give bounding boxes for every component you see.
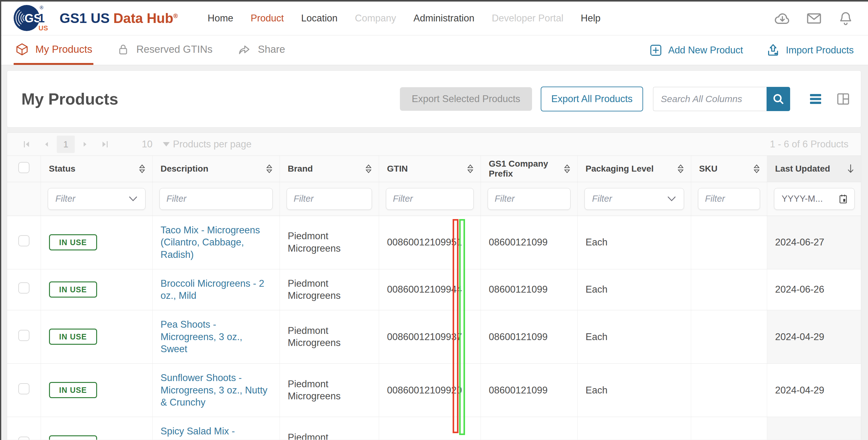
packaging-level-cell: Each [577, 417, 691, 440]
first-page-icon [22, 140, 31, 149]
list-view-button[interactable] [808, 92, 823, 106]
products-table-panel: 1 10 Products per page [7, 133, 861, 440]
brand-cell: Piedmont Microgreens [280, 269, 379, 310]
product-description-link[interactable]: Pea Shoots - Microgreens, 3 oz., Sweet [161, 319, 243, 354]
status-cell: IN USE [41, 310, 152, 363]
sort-icon [753, 164, 760, 173]
column-header-description[interactable]: Description [152, 156, 280, 182]
gtin-cell: 00860012109913 [379, 417, 480, 440]
calendar-icon [838, 194, 848, 204]
tab-share[interactable]: Share [236, 35, 286, 65]
sort-icon [564, 164, 570, 173]
select-all-checkbox[interactable] [18, 162, 29, 173]
plus-square-icon [649, 43, 663, 57]
column-header-packaging-level[interactable]: Packaging Level [577, 156, 691, 182]
status-cell: IN USE [41, 216, 152, 269]
results-range-label: 1 - 6 of 6 Products [770, 139, 848, 150]
brand-cell: Piedmont Microgreens [280, 363, 379, 417]
column-header-brand[interactable]: Brand [280, 156, 379, 182]
share-icon [237, 42, 252, 56]
column-header-gtin[interactable]: GTIN [379, 156, 480, 182]
nav-help[interactable]: Help [581, 13, 600, 24]
row-checkbox[interactable] [18, 282, 29, 294]
current-page-indicator[interactable]: 1 [57, 136, 75, 153]
product-description-link[interactable]: Spicy Salad Mix - Microgreens (Arugula, … [161, 426, 260, 440]
cloud-download-icon[interactable] [774, 10, 791, 26]
packaging-level-cell: Each [577, 310, 691, 363]
brand-title: GS1 USData Hub® [60, 10, 178, 26]
row-select-cell [7, 310, 41, 363]
column-layout-button[interactable] [836, 92, 850, 106]
table-row: IN USESunflower Shoots - Microgreens, 3 … [7, 363, 861, 417]
last-page-button[interactable] [98, 137, 112, 151]
gtin-filter-input[interactable] [386, 188, 474, 210]
first-page-button[interactable] [20, 137, 34, 151]
search-button[interactable] [767, 87, 790, 111]
gtin-cell: 00860012109944 [379, 269, 480, 310]
row-checkbox[interactable] [18, 437, 29, 440]
column-header-sku[interactable]: SKU [691, 156, 767, 182]
status-filter-select[interactable]: Filter [48, 188, 146, 210]
sku-filter-input[interactable] [698, 188, 760, 210]
tab-actions: Add New Product Import Products [649, 35, 854, 65]
tabs: My Products Reserved GTINs Share [14, 35, 286, 65]
import-products-button[interactable]: Import Products [766, 43, 854, 57]
row-select-cell [7, 269, 41, 310]
status-badge: IN USE [49, 329, 97, 345]
tab-bar: My Products Reserved GTINs Share [1, 35, 868, 65]
description-cell: Taco Mix - Microgreens (Cilantro, Cabbag… [152, 216, 280, 269]
gs1-company-prefix-filter-input[interactable] [488, 188, 570, 210]
previous-page-button[interactable] [39, 137, 54, 151]
grid-icon [836, 92, 850, 106]
annotation-green-box [459, 219, 465, 435]
row-checkbox[interactable] [18, 235, 29, 246]
status-badge: IN USE [49, 282, 97, 298]
mail-icon[interactable] [805, 10, 823, 26]
last-updated-filter-input[interactable]: YYYY-M... [774, 188, 855, 210]
nav-product[interactable]: Product [251, 13, 284, 24]
bell-icon[interactable] [837, 10, 854, 26]
nav-location[interactable]: Location [301, 13, 338, 24]
chevron-down-icon [163, 142, 170, 146]
product-description-link[interactable]: Taco Mix - Microgreens (Cilantro, Cabbag… [161, 225, 260, 260]
brand-filter-input[interactable] [287, 188, 372, 210]
search-box [653, 87, 790, 111]
lock-icon [116, 42, 130, 56]
nav-home[interactable]: Home [208, 13, 233, 24]
last-updated-cell: 2024-06-27 [767, 216, 861, 269]
status-cell: IN USE [41, 417, 152, 440]
product-description-link[interactable]: Broccoli Microgreens - 2 oz., Mild [161, 278, 264, 301]
last-page-icon [100, 140, 110, 149]
search-input[interactable] [653, 87, 767, 111]
toolbar: Export Selected Products Export All Prod… [400, 87, 850, 111]
next-page-button[interactable] [78, 137, 92, 151]
status-badge: IN USE [49, 382, 97, 398]
column-header-last-updated[interactable]: Last Updated [767, 156, 861, 182]
add-new-product-button[interactable]: Add New Product [649, 43, 743, 57]
product-description-link[interactable]: Sunflower Shoots - Microgreens, 3 oz., N… [161, 372, 268, 408]
description-filter-input[interactable] [159, 188, 273, 210]
products-table: Status Description Brand [7, 156, 861, 440]
sku-cell [691, 216, 767, 269]
row-select-cell [7, 216, 41, 269]
sort-icon [266, 164, 273, 173]
tab-my-products[interactable]: My Products [14, 35, 93, 65]
last-updated-cell: 2024-06-26 [767, 269, 861, 310]
export-selected-products-button[interactable]: Export Selected Products [400, 87, 532, 111]
packaging-level-filter-select[interactable]: Filter [585, 188, 684, 210]
upload-icon [766, 43, 780, 57]
sort-icon [365, 164, 372, 173]
row-checkbox[interactable] [18, 383, 29, 394]
cube-icon [15, 42, 29, 56]
nav-administration[interactable]: Administration [413, 13, 474, 24]
sku-cell [691, 417, 767, 440]
column-header-status[interactable]: Status [41, 156, 152, 182]
table-header-row: Status Description Brand [7, 156, 861, 182]
nav-company: Company [355, 13, 396, 24]
tab-reserved-gtins[interactable]: Reserved GTINs [115, 35, 214, 65]
page-size-dropdown[interactable]: 10 [142, 139, 170, 150]
row-checkbox[interactable] [18, 330, 29, 341]
gs1-data-hub-app: GS 1 ® US GS1 USData Hub® Home Product L… [0, 0, 868, 440]
export-all-products-button[interactable]: Export All Products [541, 87, 643, 111]
column-header-gs1-company-prefix[interactable]: GS1 Company Prefix [480, 156, 577, 182]
